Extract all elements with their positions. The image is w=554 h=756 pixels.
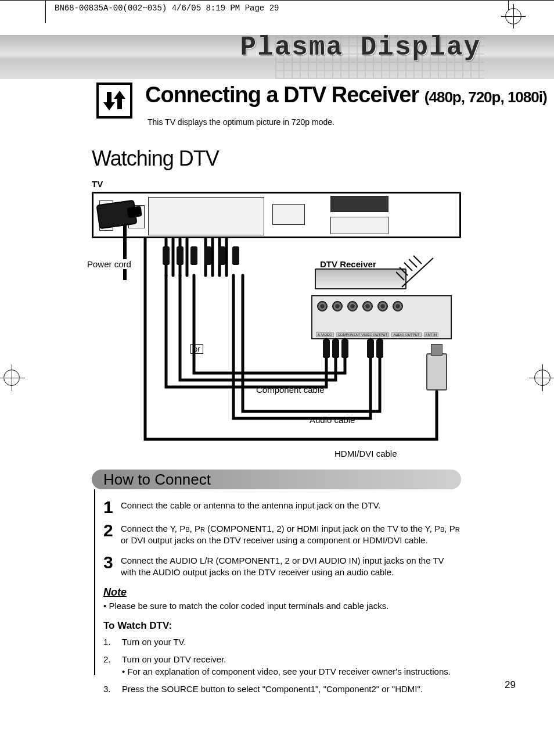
rca-jack-icon xyxy=(393,301,403,311)
svg-rect-6 xyxy=(163,246,170,265)
tv-rear-panel xyxy=(92,192,461,238)
connection-diagram: Power cord or DTV Receiver Component cab… xyxy=(92,189,461,451)
section-vertical-line xyxy=(94,489,95,675)
callout-or: or xyxy=(190,344,203,354)
svg-rect-12 xyxy=(323,339,330,358)
tv-port-cluster xyxy=(148,197,264,235)
svg-rect-14 xyxy=(341,339,348,358)
svg-rect-7 xyxy=(177,246,184,265)
watch-step-number: 2. xyxy=(103,654,115,678)
antenna-icon xyxy=(396,255,439,291)
step-text: Connect the AUDIO L/R (COMPONENT1, 2 or … xyxy=(121,555,461,579)
steps-list: 1 Connect the cable or antenna to the an… xyxy=(103,500,461,701)
svg-line-5 xyxy=(396,272,404,280)
registration-mark-icon xyxy=(3,370,20,386)
step-number: 1 xyxy=(103,500,114,515)
to-watch-heading: To Watch DTV: xyxy=(103,620,461,632)
watch-step-number: 3. xyxy=(103,683,115,695)
registration-mark-icon xyxy=(534,370,551,386)
jack-label: S-VIDEO xyxy=(316,332,334,337)
dtv-receiver-rear-panel: S-VIDEO COMPONENT VIDEO OUTPUT AUDIO OUT… xyxy=(311,295,452,339)
page-title: Connecting a DTV Receiver (480p, 720p, 1… xyxy=(145,83,547,108)
page-number: 29 xyxy=(505,679,516,691)
watch-steps-list: 1. Turn on your TV. 2. Turn on your DTV … xyxy=(103,636,461,695)
step-item: 3 Connect the AUDIO L/R (COMPONENT1, 2 o… xyxy=(103,555,461,579)
svg-line-0 xyxy=(402,258,433,287)
title-sub: (480p, 720p, 1080i) xyxy=(425,88,547,106)
receiver-jack-row xyxy=(317,301,403,311)
watch-step: 1. Turn on your TV. xyxy=(103,636,461,648)
watch-step: 2. Turn on your DTV receiver.• For an ex… xyxy=(103,654,461,678)
step-number: 2 xyxy=(103,523,114,547)
intro-text: This TV displays the optimum picture in … xyxy=(148,117,334,127)
callout-power-cord: Power cord xyxy=(87,259,134,269)
tv-port-cluster xyxy=(330,196,388,212)
rca-jack-icon xyxy=(347,301,358,311)
dtv-receiver-unit xyxy=(315,268,406,289)
category-title: Plasma Display xyxy=(240,33,481,63)
dvi-connector-icon xyxy=(426,353,447,390)
step-item: 2 Connect the Y, PB, PR (COMPONENT1, 2) … xyxy=(103,523,461,547)
callout-dtv-receiver: DTV Receiver xyxy=(320,259,376,269)
svg-line-3 xyxy=(413,256,422,264)
rca-jack-icon xyxy=(362,301,373,311)
step-text: Connect the Y, PB, PR (COMPONENT1, 2) or… xyxy=(121,523,461,547)
title-main: Connecting a DTV Receiver xyxy=(145,83,419,107)
power-cord-line xyxy=(123,225,127,280)
callout-component-cable: Component cable xyxy=(256,385,325,395)
svg-rect-8 xyxy=(190,246,197,265)
jack-label: AUDIO OUTPUT xyxy=(391,332,421,337)
tv-port-cluster xyxy=(330,217,388,234)
watch-step-text: Turn on your DTV receiver.• For an expla… xyxy=(122,654,451,678)
jack-label: ANT IN xyxy=(424,332,439,337)
svg-line-4 xyxy=(400,267,408,275)
svg-line-2 xyxy=(409,259,417,267)
step-number: 3 xyxy=(103,555,114,579)
crop-line-top xyxy=(0,0,554,1)
svg-rect-10 xyxy=(218,246,225,265)
svg-rect-9 xyxy=(204,246,211,265)
how-to-connect-title: How to Connect xyxy=(103,471,211,489)
tv-port-cluster xyxy=(272,204,305,225)
tv-label: TV xyxy=(92,179,103,189)
note-heading: Note xyxy=(103,586,461,599)
watch-step-text: Press the SOURCE button to select "Compo… xyxy=(122,683,423,695)
svg-rect-16 xyxy=(376,339,383,358)
rca-jack-icon xyxy=(332,301,343,311)
step-text: Connect the cable or antenna to the ante… xyxy=(121,500,380,515)
rca-jack-icon xyxy=(377,301,388,311)
receiver-jack-labels: S-VIDEO COMPONENT VIDEO OUTPUT AUDIO OUT… xyxy=(316,332,447,337)
watch-step-text: Turn on your TV. xyxy=(122,636,186,648)
callout-hdmi-cable: HDMI/DVI cable xyxy=(334,449,397,458)
how-to-connect-bar: How to Connect xyxy=(92,470,461,489)
jack-label: COMPONENT VIDEO OUTPUT xyxy=(336,332,390,337)
svg-rect-15 xyxy=(367,339,374,358)
note-text: • Please be sure to match the color code… xyxy=(103,601,461,611)
callout-audio-cable: Audio cable xyxy=(310,415,355,425)
step-item: 1 Connect the cable or antenna to the an… xyxy=(103,500,461,515)
watch-step-number: 1. xyxy=(103,636,115,648)
connection-icon xyxy=(96,83,132,119)
svg-line-1 xyxy=(404,263,412,271)
watch-step: 3. Press the SOURCE button to select "Co… xyxy=(103,683,461,695)
svg-rect-13 xyxy=(332,339,339,358)
rca-jack-icon xyxy=(317,301,328,311)
registration-mark-icon xyxy=(505,8,521,24)
print-header: BN68-00835A-00(002~035) 4/6/05 8:19 PM P… xyxy=(55,3,279,13)
section-heading-watching: Watching DTV xyxy=(92,146,219,171)
svg-rect-11 xyxy=(232,246,239,265)
crop-line-left xyxy=(45,0,46,23)
